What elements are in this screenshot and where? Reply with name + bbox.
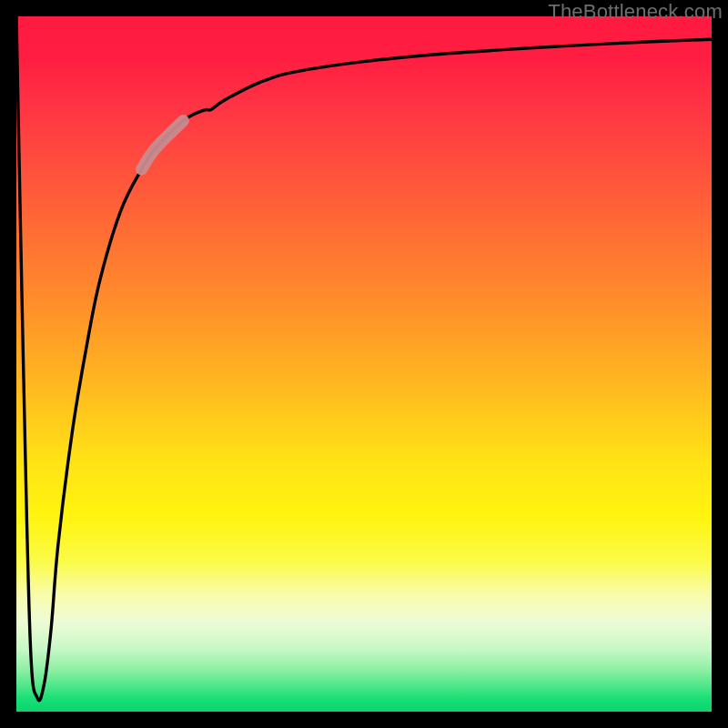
curve-layer	[16, 16, 712, 712]
curve-highlight	[142, 121, 184, 169]
curve-path	[16, 16, 712, 701]
attribution-text: TheBottleneck.com	[548, 0, 723, 24]
bottleneck-curve	[16, 16, 712, 701]
plot-area	[16, 16, 712, 712]
chart-stage: TheBottleneck.com	[0, 0, 728, 728]
